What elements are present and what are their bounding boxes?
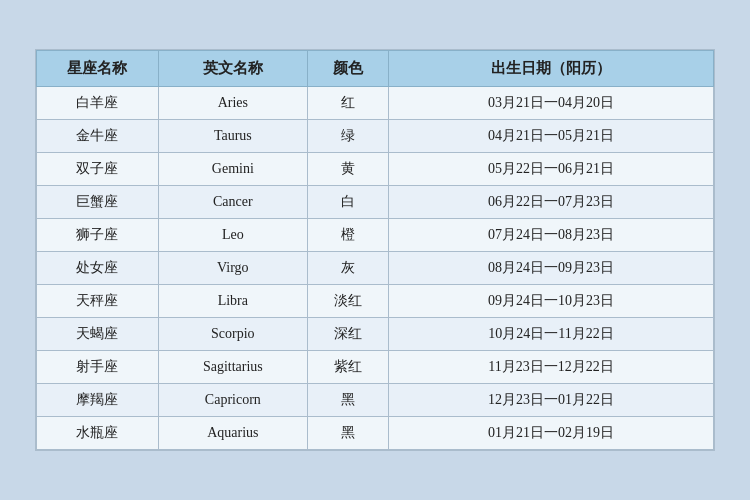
table-header-row: 星座名称 英文名称 颜色 出生日期（阳历）	[37, 51, 714, 87]
cell-color: 黄	[307, 153, 388, 186]
cell-en-name: Virgo	[158, 252, 307, 285]
cell-cn-name: 天蝎座	[37, 318, 159, 351]
table-row: 天蝎座Scorpio深红10月24日一11月22日	[37, 318, 714, 351]
cell-color: 紫红	[307, 351, 388, 384]
zodiac-table-container: 星座名称 英文名称 颜色 出生日期（阳历） 白羊座Aries红03月21日一04…	[35, 49, 715, 451]
cell-date: 03月21日一04月20日	[389, 87, 714, 120]
cell-cn-name: 双子座	[37, 153, 159, 186]
cell-en-name: Gemini	[158, 153, 307, 186]
cell-en-name: Libra	[158, 285, 307, 318]
cell-date: 12月23日一01月22日	[389, 384, 714, 417]
table-row: 金牛座Taurus绿04月21日一05月21日	[37, 120, 714, 153]
cell-date: 06月22日一07月23日	[389, 186, 714, 219]
cell-cn-name: 摩羯座	[37, 384, 159, 417]
cell-date: 11月23日一12月22日	[389, 351, 714, 384]
cell-en-name: Leo	[158, 219, 307, 252]
cell-date: 01月21日一02月19日	[389, 417, 714, 450]
table-row: 处女座Virgo灰08月24日一09月23日	[37, 252, 714, 285]
cell-date: 08月24日一09月23日	[389, 252, 714, 285]
cell-en-name: Cancer	[158, 186, 307, 219]
cell-en-name: Capricorn	[158, 384, 307, 417]
header-date: 出生日期（阳历）	[389, 51, 714, 87]
cell-cn-name: 狮子座	[37, 219, 159, 252]
cell-en-name: Aquarius	[158, 417, 307, 450]
cell-color: 黑	[307, 384, 388, 417]
table-row: 白羊座Aries红03月21日一04月20日	[37, 87, 714, 120]
cell-date: 05月22日一06月21日	[389, 153, 714, 186]
cell-cn-name: 水瓶座	[37, 417, 159, 450]
table-row: 水瓶座Aquarius黑01月21日一02月19日	[37, 417, 714, 450]
header-en-name: 英文名称	[158, 51, 307, 87]
header-color: 颜色	[307, 51, 388, 87]
cell-color: 黑	[307, 417, 388, 450]
cell-color: 红	[307, 87, 388, 120]
cell-cn-name: 天秤座	[37, 285, 159, 318]
cell-color: 灰	[307, 252, 388, 285]
cell-en-name: Scorpio	[158, 318, 307, 351]
table-row: 摩羯座Capricorn黑12月23日一01月22日	[37, 384, 714, 417]
cell-cn-name: 白羊座	[37, 87, 159, 120]
table-row: 射手座Sagittarius紫红11月23日一12月22日	[37, 351, 714, 384]
table-row: 天秤座Libra淡红09月24日一10月23日	[37, 285, 714, 318]
cell-date: 10月24日一11月22日	[389, 318, 714, 351]
cell-en-name: Aries	[158, 87, 307, 120]
cell-color: 绿	[307, 120, 388, 153]
cell-date: 09月24日一10月23日	[389, 285, 714, 318]
cell-en-name: Sagittarius	[158, 351, 307, 384]
table-row: 巨蟹座Cancer白06月22日一07月23日	[37, 186, 714, 219]
table-row: 双子座Gemini黄05月22日一06月21日	[37, 153, 714, 186]
cell-color: 白	[307, 186, 388, 219]
zodiac-table: 星座名称 英文名称 颜色 出生日期（阳历） 白羊座Aries红03月21日一04…	[36, 50, 714, 450]
cell-en-name: Taurus	[158, 120, 307, 153]
cell-cn-name: 金牛座	[37, 120, 159, 153]
cell-color: 橙	[307, 219, 388, 252]
cell-date: 04月21日一05月21日	[389, 120, 714, 153]
cell-cn-name: 处女座	[37, 252, 159, 285]
header-cn-name: 星座名称	[37, 51, 159, 87]
cell-color: 深红	[307, 318, 388, 351]
cell-color: 淡红	[307, 285, 388, 318]
table-row: 狮子座Leo橙07月24日一08月23日	[37, 219, 714, 252]
cell-cn-name: 巨蟹座	[37, 186, 159, 219]
cell-date: 07月24日一08月23日	[389, 219, 714, 252]
cell-cn-name: 射手座	[37, 351, 159, 384]
